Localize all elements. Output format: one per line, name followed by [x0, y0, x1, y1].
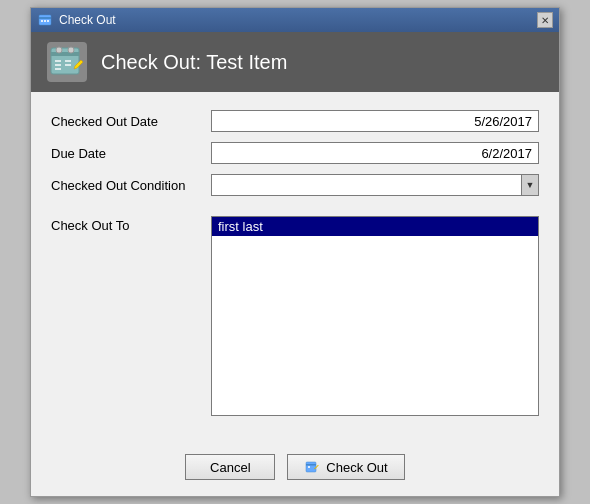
checked-out-condition-row: Checked Out Condition Good Fair Poor ▼ — [51, 174, 539, 196]
title-bar: Check Out ✕ — [31, 8, 559, 32]
condition-select-arrow[interactable]: ▼ — [521, 174, 539, 196]
close-button[interactable]: ✕ — [537, 12, 553, 28]
list-item[interactable]: first last — [212, 217, 538, 236]
header-icon — [47, 42, 87, 82]
condition-select-wrapper: Good Fair Poor ▼ — [211, 174, 539, 196]
check-out-to-list[interactable]: first last — [211, 216, 539, 416]
check-out-to-row: Check Out To first last — [51, 216, 539, 416]
checked-out-date-input[interactable] — [211, 110, 539, 132]
svg-rect-4 — [47, 20, 49, 22]
footer: Cancel Check Out — [31, 444, 559, 496]
checkout-label: Check Out — [326, 460, 387, 475]
checkout-dialog: Check Out ✕ Check Out: Test Item Che — [30, 7, 560, 497]
svg-point-7 — [56, 47, 62, 53]
due-date-label: Due Date — [51, 146, 211, 161]
svg-rect-14 — [306, 462, 316, 472]
svg-rect-10 — [55, 64, 61, 66]
due-date-row: Due Date — [51, 142, 539, 164]
svg-rect-1 — [39, 17, 51, 19]
svg-rect-9 — [55, 60, 61, 62]
title-bar-left: Check Out — [37, 12, 116, 28]
checkout-button-icon — [304, 459, 320, 475]
svg-rect-16 — [308, 466, 310, 468]
header-title: Check Out: Test Item — [101, 51, 287, 74]
svg-rect-12 — [65, 60, 71, 62]
header-bar: Check Out: Test Item — [31, 32, 559, 92]
cancel-label: Cancel — [210, 460, 250, 475]
check-out-to-label: Check Out To — [51, 218, 211, 233]
svg-rect-6 — [51, 52, 79, 56]
due-date-input[interactable] — [211, 142, 539, 164]
condition-select[interactable]: Good Fair Poor — [211, 174, 539, 196]
svg-point-8 — [68, 47, 74, 53]
cancel-button[interactable]: Cancel — [185, 454, 275, 480]
checked-out-date-label: Checked Out Date — [51, 114, 211, 129]
checked-out-date-row: Checked Out Date — [51, 110, 539, 132]
window-icon — [37, 12, 53, 28]
svg-rect-13 — [65, 64, 71, 66]
checked-out-condition-label: Checked Out Condition — [51, 178, 211, 193]
svg-rect-11 — [55, 68, 61, 70]
form-body: Checked Out Date Due Date Checked Out Co… — [31, 92, 559, 444]
svg-rect-15 — [306, 464, 316, 466]
title-bar-title: Check Out — [59, 13, 116, 27]
svg-rect-3 — [44, 20, 46, 22]
checkout-button[interactable]: Check Out — [287, 454, 404, 480]
svg-rect-2 — [41, 20, 43, 22]
